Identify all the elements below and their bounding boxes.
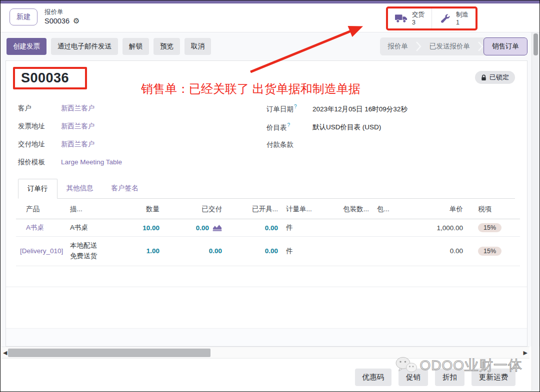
delivery-address-field-value[interactable]: 新西兰客户: [61, 140, 95, 149]
odoo-sale-order-page: 新建 报价单 S00036 ⚙ 交货 3: [0, 0, 540, 392]
breadcrumb: 报价单 S00036 ⚙: [44, 8, 80, 25]
row1-unit-price[interactable]: 1,000.00: [403, 219, 467, 237]
row2-description: 本地配送 免费送货: [66, 237, 96, 266]
cancel-button[interactable]: 取消: [184, 38, 211, 55]
row2-uom[interactable]: 件: [282, 237, 328, 266]
vertical-scrollbar[interactable]: [532, 32, 539, 391]
help-icon[interactable]: ?: [288, 122, 290, 128]
invoice-address-field-label: 发票地址: [18, 122, 61, 131]
sheet-footer-strip: [6, 328, 527, 346]
pricelist-field-value[interactable]: 默认USD价目表 (USD): [312, 123, 381, 132]
scroll-right-arrow-icon[interactable]: ▶: [524, 350, 528, 356]
discount-button[interactable]: 折扣: [435, 369, 464, 386]
create-invoice-button[interactable]: 创建发票: [6, 38, 46, 55]
tab-customer-signature[interactable]: 客户签名: [102, 179, 148, 198]
row1-delivered[interactable]: 0.00: [196, 224, 209, 232]
customer-field-value[interactable]: 新西兰客户: [61, 104, 95, 113]
col-header-uom[interactable]: 计量单...: [282, 199, 328, 219]
delivery-smart-button-count: 3: [412, 18, 424, 26]
vertical-scrollbar-thumb[interactable]: [534, 33, 538, 55]
order-date-field-value[interactable]: 2023年12月05日 16时09分32秒: [312, 105, 408, 114]
row2-invoiced[interactable]: 0.00: [226, 237, 282, 266]
manufacturing-smart-button-count: 1: [456, 18, 468, 26]
status-step-quotation-sent[interactable]: 已发送报价单: [422, 37, 478, 55]
col-header-taxes[interactable]: 税项: [467, 199, 520, 219]
action-bar: 创建发票 通过电子邮件发送 解锁 预览 取消 报价单 已发送报价单 销售订单: [0, 32, 540, 60]
status-step-quotation[interactable]: 报价单: [380, 37, 416, 55]
table-row[interactable]: [Delivery_010] 本地配送 免费送货 1.00 0.00 0.00 …: [16, 237, 520, 266]
invoice-address-field-value[interactable]: 新西兰客户: [61, 122, 95, 131]
col-header-product[interactable]: 产品: [16, 199, 66, 219]
row1-delivered-cell: 0.00: [164, 219, 226, 237]
area-chart-icon[interactable]: [212, 224, 222, 231]
row1-product-link[interactable]: A书桌: [16, 219, 66, 237]
payment-terms-field-label: 付款条款: [266, 140, 312, 149]
form-sheet: S00036 销售单：已经关联了 出货单据和制造单据 已锁定 客户新西兰客户 发…: [6, 60, 528, 347]
chevron-right-icon: [416, 37, 422, 55]
breadcrumb-current-order: S00036: [44, 16, 70, 25]
locked-badge: 已锁定: [475, 71, 515, 84]
quotation-template-field-label: 报价模板: [18, 158, 61, 167]
row2-package[interactable]: [373, 237, 403, 266]
chevron-right-icon: [478, 37, 484, 55]
status-step-sales-order[interactable]: 销售订单: [484, 37, 528, 55]
breadcrumb-parent-quotation[interactable]: 报价单: [44, 8, 80, 16]
order-lines-table: 产品 描... 数量 已交付 已开具... 计量单... 包装数... 包...…: [16, 199, 520, 266]
row2-product-link[interactable]: [Delivery_010]: [16, 237, 66, 266]
send-by-email-button[interactable]: 通过电子邮件发送: [51, 38, 118, 55]
tab-order-lines[interactable]: 订单行: [18, 179, 58, 199]
promotion-button[interactable]: 促销: [398, 369, 428, 386]
row1-invoiced[interactable]: 0.00: [226, 219, 282, 237]
row1-package-qty[interactable]: [328, 219, 373, 237]
row1-tax-badge[interactable]: 15%: [478, 223, 502, 232]
delivery-address-field-label: 交付地址: [18, 140, 61, 149]
row1-package[interactable]: [373, 219, 403, 237]
order-number-red-annotation-box: S00036: [13, 67, 87, 89]
manufacturing-smart-button-label: 制造: [456, 10, 468, 18]
order-date-field-label: 订单日期?: [266, 104, 312, 114]
delivery-smart-button-label: 交货: [412, 10, 424, 18]
col-header-unit-price[interactable]: 单价: [403, 199, 467, 219]
gear-icon[interactable]: ⚙: [73, 16, 80, 26]
preview-button[interactable]: 预览: [154, 38, 180, 55]
notebook-tabs: 订单行 其他信息 客户签名: [18, 179, 515, 199]
row2-unit-price[interactable]: 0.00: [403, 237, 467, 266]
col-header-package-qty[interactable]: 包装数...: [328, 199, 373, 219]
col-header-quantity[interactable]: 数量: [96, 199, 164, 219]
col-header-package[interactable]: 包...: [373, 199, 403, 219]
unlock-button[interactable]: 解锁: [122, 38, 149, 55]
row1-description: A书桌: [66, 219, 96, 237]
horizontal-scrollbar-thumb[interactable]: [8, 349, 210, 357]
quotation-template-field-value[interactable]: Large Meeting Table: [61, 158, 122, 166]
breadcrumb-header: 新建 报价单 S00036 ⚙ 交货 3: [0, 3, 540, 32]
coupon-code-button[interactable]: 优惠码: [355, 369, 392, 386]
row2-delivered[interactable]: 0.00: [164, 237, 226, 266]
col-header-invoiced[interactable]: 已开具...: [226, 199, 282, 219]
manufacturing-smart-button[interactable]: 制造 1: [432, 8, 476, 28]
row2-tax-badge[interactable]: 15%: [478, 247, 502, 256]
row2-package-qty[interactable]: [328, 237, 373, 266]
status-pipeline: 报价单 已发送报价单 销售订单: [380, 37, 528, 55]
row1-quantity[interactable]: 10.00: [96, 219, 164, 237]
col-header-delivered[interactable]: 已交付: [164, 199, 226, 219]
col-header-description[interactable]: 描...: [66, 199, 96, 219]
row2-quantity[interactable]: 1.00: [96, 237, 164, 266]
delivery-smart-button[interactable]: 交货 3: [388, 8, 432, 28]
pricelist-field-label: 价目表?: [266, 122, 312, 132]
lock-icon: [481, 74, 486, 81]
scroll-left-arrow-icon[interactable]: ◀: [3, 350, 7, 356]
smart-buttons-red-annotation-box: 交货 3 制造 1: [386, 6, 478, 30]
table-header-row: 产品 描... 数量 已交付 已开具... 计量单... 包装数... 包...…: [16, 199, 520, 219]
horizontal-scrollbar[interactable]: ◀ ▶: [1, 347, 530, 359]
row1-uom[interactable]: 件: [282, 219, 328, 237]
help-icon[interactable]: ?: [294, 104, 297, 109]
truck-icon: [395, 13, 408, 24]
table-row[interactable]: A书桌 A书桌 10.00 0.00 0.00 件: [16, 219, 520, 237]
new-button[interactable]: 新建: [10, 8, 38, 25]
tab-other-info[interactable]: 其他信息: [58, 179, 102, 198]
locked-badge-label: 已锁定: [490, 73, 509, 82]
wrench-icon: [439, 13, 452, 24]
update-shipping-cost-button[interactable]: 更新运费: [472, 369, 516, 386]
empty-order-line-row[interactable]: [6, 266, 527, 287]
red-annotation-text: 销售单：已经关联了 出货单据和制造单据: [141, 81, 360, 97]
